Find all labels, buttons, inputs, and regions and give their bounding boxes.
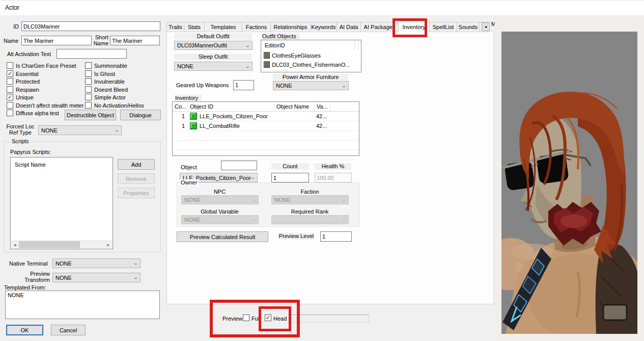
object-filter-input[interactable] [221,161,257,170]
outfit-object-name: ClothesEyeGlasses [272,53,321,59]
tab-spelllist[interactable]: SpellList [430,22,457,32]
object-label: Object [181,164,197,170]
column-header-value[interactable]: Va... [315,102,330,111]
checkbox-invulnerable[interactable] [85,78,92,85]
dialogue-button[interactable]: Dialogue [120,110,161,120]
tab-stats[interactable]: Stats [184,22,205,32]
geared-up-weapons-input[interactable]: 1 [233,80,254,90]
papyrus-scripts-list[interactable]: Script Name ◄ ► [10,157,113,249]
combo-value: NONE [55,260,72,267]
sleep-outfit-combo[interactable]: NONE⌄ [174,62,253,71]
actor-preview-render[interactable] [501,32,637,334]
checkbox-doesnt-affect-stealth-meter[interactable] [7,102,13,109]
editorid-column-header[interactable]: EditorID [265,42,285,48]
armor-icon [264,52,270,59]
tab-traits[interactable]: Traits [166,22,184,32]
horizontal-scrollbar[interactable]: ◄ ► [11,241,112,248]
native-terminal-combo[interactable]: NONE⌄ [52,258,141,268]
checkbox-simple-actor[interactable] [85,94,92,100]
checkbox-essential[interactable]: ✓ [7,70,13,77]
list-item[interactable]: DLC03_Clothes_FishermanO... [264,61,350,68]
checkbox-doesnt-bleed[interactable] [85,86,92,93]
health-percent-value: 100.00 [317,175,334,181]
inventory-listview[interactable]: Co... Object ID Object Name Va... 1 ? LL… [172,101,359,156]
preview-morph-slider[interactable] [291,314,369,323]
checkbox-diffuse-alpha-test[interactable] [7,110,13,116]
cancel-button[interactable]: Cancel [51,325,86,335]
add-script-button[interactable]: Add [118,159,155,170]
tab-scroll-left-icon[interactable]: ◄ [482,22,490,31]
forced-loc-ref-type-combo[interactable]: NONE⌄ [38,125,122,135]
scroll-right-icon[interactable]: ► [104,241,112,248]
list-item[interactable]: ClothesEyeGlasses [264,52,321,59]
tab-sounds[interactable]: Sounds [457,22,480,32]
checkbox-unique[interactable]: ✓ [7,94,13,100]
checkbox-is-ghost[interactable] [85,70,92,77]
combo-value: DLC03MarinerOutfit [177,42,227,48]
combo-value: NONE [184,197,201,203]
count-label: Count [271,163,309,170]
armor-icon [264,61,270,68]
required-rank-combo[interactable]: ⌄ [271,215,349,224]
tab-factions[interactable]: Factions [242,22,271,32]
chevron-down-icon: ⌄ [250,175,255,180]
checkbox-label: Is Ghost [94,71,115,77]
chevron-down-icon: ⌄ [245,64,250,69]
column-header-object-id[interactable]: Object ID [188,102,274,111]
tab-ai-packages[interactable]: AI Packages [361,22,399,32]
checkbox-label: Simple Actor [94,94,126,100]
destructible-object-button[interactable]: Destructible Object [65,110,116,120]
preview-full-checkbox[interactable] [243,314,249,321]
tab-ai-data[interactable]: AI Data [337,22,361,32]
scroll-left-icon[interactable]: ◄ [11,241,19,248]
geared-up-weapons-label: Geared Up Weapons [176,82,229,88]
checkmark: ✓ [8,94,12,100]
preview-calculated-result-button[interactable]: Preview Calculated Result [177,231,268,242]
alt-activation-input[interactable] [57,49,127,59]
checkbox-summonable[interactable] [85,62,92,69]
preview-level-value: 1 [322,233,325,240]
tab-keywords[interactable]: Keywords [311,22,337,32]
tab-templates[interactable]: Templates [205,22,242,32]
row-value: 42... [316,113,327,119]
outfit-objects-list[interactable]: EditorID ClothesEyeGlasses DLC03_Clothes… [261,40,361,72]
global-variable-combo[interactable]: NONE⌄ [181,215,259,224]
faction-combo[interactable]: NONE⌄ [271,195,349,204]
properties-script-button[interactable]: Properties [118,188,155,198]
checkbox-no-activation-hellos[interactable] [85,102,92,109]
tab-relationships[interactable]: Relationships [271,22,311,32]
global-variable-label: Global Variable [181,208,258,215]
column-header-object-name[interactable]: Object Name [274,102,315,111]
preview-head-checkbox[interactable]: ✓ [265,314,271,321]
checkbox-protected[interactable] [7,78,13,85]
tab-inventory[interactable]: Inventory [399,21,430,32]
papyrus-scripts-label: Papyrus Scripts: [10,149,51,155]
checkbox-label: Essential [16,71,39,77]
power-armor-furniture-combo[interactable]: NONE⌄ [273,81,349,90]
count-input[interactable]: 1 [271,173,309,182]
column-header-count[interactable]: Co... [173,102,188,111]
preview-level-input[interactable]: 1 [320,231,352,242]
preview-transform-combo[interactable]: NONE⌄ [52,273,141,282]
table-row[interactable]: 1 ? LL_CombatRifle 42... [173,121,359,131]
ok-button[interactable]: OK [6,325,43,335]
remove-script-button[interactable]: Remove [118,173,155,184]
forced-loc-ref-type-label: Forced Loc Ref Type [4,123,37,136]
checkbox-label: Unique [16,94,34,100]
row-object-id: LL_CombatRifle [200,123,268,129]
health-percent-input[interactable]: 100.00 [315,173,352,182]
checkbox-is-chargen-face-preset[interactable] [7,62,13,69]
column-divider [358,40,358,50]
default-outfit-combo[interactable]: DLC03MarinerOutfit⌄ [174,41,253,50]
scrollbar-thumb[interactable] [19,241,80,248]
npc-combo[interactable]: NONE⌄ [181,195,259,204]
name-input[interactable]: The Mariner [21,36,92,45]
column-header-filler [330,102,359,111]
templated-from-box[interactable]: NONE [5,291,160,319]
checkbox-respawn[interactable] [7,86,13,93]
short-name-input[interactable]: The Mariner [110,36,160,45]
checkbox-label: Respawn [16,87,39,93]
checkmark: ✓ [8,71,12,76]
table-row[interactable]: 1 ? LLE_Pockets_Citizen_Poor 42... [173,112,359,121]
id-input[interactable]: DLC03Mariner [21,21,160,31]
